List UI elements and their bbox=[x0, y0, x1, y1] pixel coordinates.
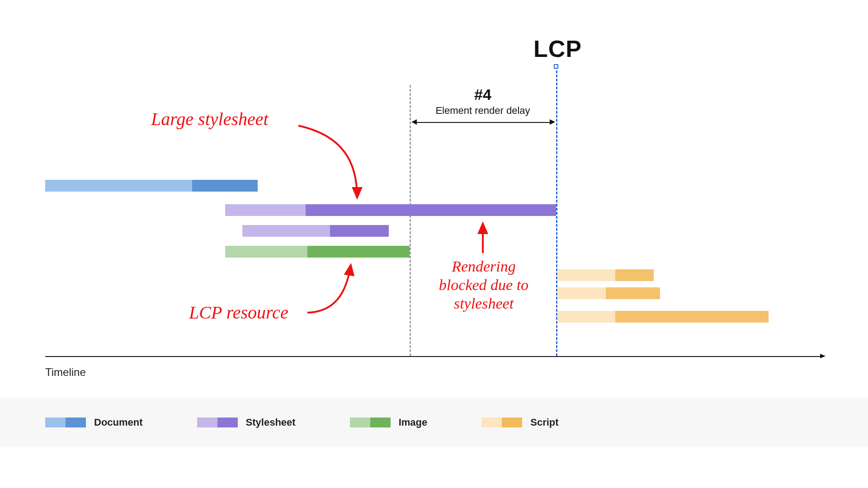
erd-subtitle: Element render delay bbox=[410, 105, 556, 117]
render-start-marker bbox=[410, 85, 411, 356]
legend: Document Stylesheet Image Script bbox=[0, 398, 868, 447]
bar-image-lcp bbox=[225, 246, 410, 258]
bar-document bbox=[45, 180, 258, 192]
lcp-marker-handle bbox=[554, 64, 558, 69]
legend-label-document: Document bbox=[94, 417, 143, 428]
erd-title: #4 bbox=[410, 86, 556, 103]
legend-item-script: Script bbox=[481, 417, 558, 428]
swatch-stylesheet bbox=[197, 418, 238, 427]
lcp-marker-line bbox=[556, 70, 557, 356]
bar-stylesheet-2 bbox=[242, 225, 389, 237]
erd-arrowhead-left bbox=[411, 119, 417, 125]
lcp-title: LCP bbox=[533, 35, 582, 62]
bar-script-2 bbox=[558, 287, 660, 299]
timeline-arrowhead bbox=[820, 354, 826, 358]
erd-arrowhead-right bbox=[550, 119, 555, 125]
legend-item-image: Image bbox=[350, 417, 428, 428]
swatch-script bbox=[481, 418, 522, 427]
bar-script-1 bbox=[558, 269, 654, 281]
swatch-document bbox=[45, 418, 86, 427]
timeline-label: Timeline bbox=[45, 366, 86, 379]
legend-label-stylesheet: Stylesheet bbox=[246, 417, 296, 428]
bar-stylesheet-large bbox=[225, 204, 556, 216]
legend-label-script: Script bbox=[530, 417, 558, 428]
bar-script-3 bbox=[558, 311, 769, 323]
erd-arrow-line bbox=[417, 122, 551, 123]
diagram-canvas: LCP #4 Element render delay Timeline bbox=[0, 0, 868, 488]
annot-lcp-resource: LCP resource bbox=[189, 302, 288, 323]
legend-item-stylesheet: Stylesheet bbox=[197, 417, 296, 428]
legend-label-image: Image bbox=[399, 417, 428, 428]
timeline-axis bbox=[45, 356, 821, 357]
annot-large-stylesheet: Large stylesheet bbox=[151, 108, 269, 130]
annot-blocked: Rendering blocked due to stylesheet bbox=[429, 258, 538, 313]
swatch-image bbox=[350, 418, 391, 427]
legend-item-document: Document bbox=[45, 417, 143, 428]
